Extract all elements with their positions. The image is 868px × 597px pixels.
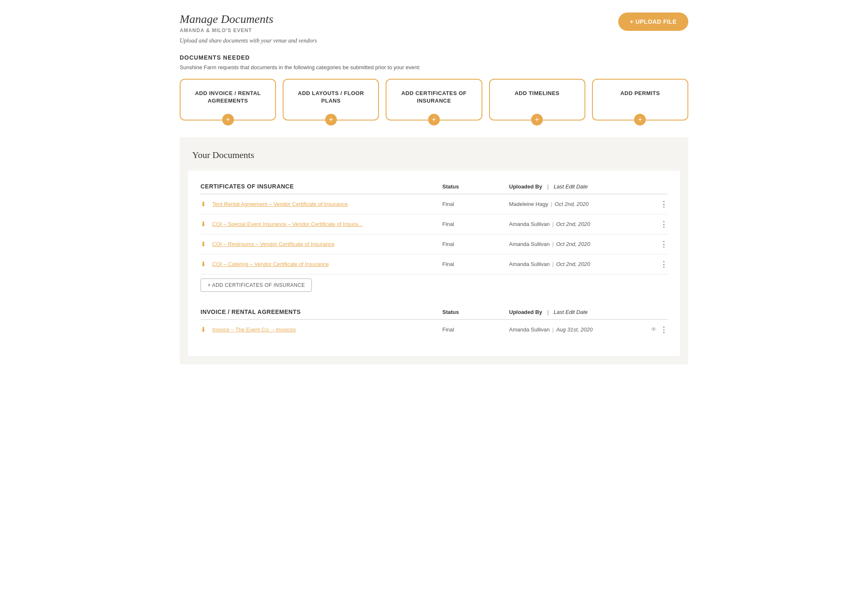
doc-card-add-button[interactable]: + <box>428 114 440 125</box>
edit-date: Oct 2nd, 2020 <box>556 261 590 267</box>
section-title-invoice-rental-agreements: INVOICE / RENTAL AGREEMENTS <box>201 309 442 315</box>
uploaded-by-name: Madeleine Hagy <box>509 201 548 207</box>
doc-uploaded-info: Amanda Sullivan | Oct 2nd, 2020 <box>509 221 651 227</box>
your-documents-title: Your Documents <box>180 150 688 161</box>
doc-link[interactable]: Invoice – The Event Co. – Invoices <box>212 326 296 333</box>
page-title: Manage Documents <box>180 13 273 26</box>
download-icon[interactable]: ⬇ <box>201 260 207 268</box>
doc-status: Final <box>442 201 509 207</box>
edit-date: Oct 2nd, 2020 <box>556 221 590 227</box>
doc-actions: ⋮ <box>651 201 667 208</box>
more-options-icon[interactable]: ⋮ <box>660 326 667 334</box>
table-row: ⬇ COI – Catering – Vendor Certificate of… <box>201 254 667 274</box>
doc-card-permits[interactable]: ADD PERMITS + <box>592 79 688 120</box>
doc-status: Final <box>442 326 509 333</box>
doc-name-cell: ⬇ Tent Rental Agreement – Vendor Certifi… <box>201 200 442 208</box>
edit-date: Oct 2nd, 2020 <box>556 241 590 247</box>
status-col-header: Status <box>442 309 509 315</box>
more-options-icon[interactable]: ⋮ <box>660 261 667 268</box>
table-header-invoice-rental-agreements: INVOICE / RENTAL AGREEMENTS Status Uploa… <box>201 309 667 320</box>
doc-card-add-button[interactable]: + <box>325 114 337 125</box>
doc-link[interactable]: COI – Restrooms – Vendor Certificate of … <box>212 241 334 247</box>
doc-card-label: ADD CERTIFICATES OF INSURANCE <box>401 90 467 104</box>
documents-needed-label: DOCUMENTS NEEDED <box>180 54 688 61</box>
document-category-cards: ADD INVOICE / RENTAL AGREEMENTS + ADD LA… <box>180 79 688 120</box>
doc-card-label: ADD LAYOUTS / FLOOR PLANS <box>298 90 364 104</box>
doc-card-add-button[interactable]: + <box>222 114 234 125</box>
doc-card-invoice-rental[interactable]: ADD INVOICE / RENTAL AGREEMENTS + <box>180 79 276 120</box>
doc-link[interactable]: Tent Rental Agreement – Vendor Certifica… <box>212 201 348 207</box>
doc-section-certificates-of-insurance: CERTIFICATES OF INSURANCE Status Uploade… <box>201 183 667 296</box>
doc-uploaded-info: Amanda Sullivan | Aug 31st, 2020 <box>509 326 651 333</box>
doc-actions: ⋮ <box>651 261 667 268</box>
documents-needed-desc: Sunshine Farm requests that documents in… <box>180 64 688 70</box>
doc-actions: ⋮ <box>651 241 667 248</box>
doc-uploaded-info: Amanda Sullivan | Oct 2nd, 2020 <box>509 241 651 247</box>
doc-status: Final <box>442 261 509 267</box>
section-title-certificates-of-insurance: CERTIFICATES OF INSURANCE <box>201 183 442 190</box>
status-col-header: Status <box>442 183 509 190</box>
table-header-certificates-of-insurance: CERTIFICATES OF INSURANCE Status Uploade… <box>201 183 667 194</box>
add-category-button-certificates-of-insurance[interactable]: + ADD CERTIFICATES OF INSURANCE <box>201 278 312 292</box>
uploaded-by-name: Amanda Sullivan <box>509 221 550 227</box>
doc-actions: ⋮ <box>651 221 667 228</box>
doc-card-label: ADD INVOICE / RENTAL AGREEMENTS <box>195 90 261 104</box>
doc-uploaded-info: Madeleine Hagy | Oct 2nd, 2020 <box>509 201 651 207</box>
doc-section-invoice-rental-agreements: INVOICE / RENTAL AGREEMENTS Status Uploa… <box>201 309 667 339</box>
uploaded-by-name: Amanda Sullivan <box>509 261 550 267</box>
uploaded-col-header: Uploaded By | Last Edit Date <box>509 183 651 190</box>
doc-link[interactable]: COI – Catering – Vendor Certificate of I… <box>212 261 329 267</box>
edit-date: Oct 2nd, 2020 <box>554 201 589 207</box>
page-subtitle: Upload and share documents with your ven… <box>180 38 688 44</box>
doc-actions: 👁 ⋮ <box>651 326 667 334</box>
table-row: ⬇ COI – Restrooms – Vendor Certificate o… <box>201 234 667 254</box>
eye-icon[interactable]: 👁 <box>651 326 657 333</box>
upload-file-button[interactable]: + UPLOAD FILE <box>618 13 688 31</box>
documents-table-container: CERTIFICATES OF INSURANCE Status Uploade… <box>188 171 680 356</box>
doc-card-label: ADD TIMELINES <box>514 90 559 96</box>
uploaded-by-name: Amanda Sullivan <box>509 241 550 247</box>
download-icon[interactable]: ⬇ <box>201 326 207 334</box>
doc-status: Final <box>442 241 509 247</box>
download-icon[interactable]: ⬇ <box>201 240 207 248</box>
table-row: ⬇ Invoice – The Event Co. – Invoices Fin… <box>201 320 667 339</box>
more-options-icon[interactable]: ⋮ <box>660 241 667 248</box>
doc-link[interactable]: COI – Special Event Insurance – Vendor C… <box>212 221 363 227</box>
doc-card-label: ADD PERMITS <box>620 90 660 96</box>
doc-name-cell: ⬇ COI – Catering – Vendor Certificate of… <box>201 260 442 268</box>
doc-card-add-button[interactable]: + <box>634 114 646 125</box>
doc-name-cell: ⬇ COI – Special Event Insurance – Vendor… <box>201 220 442 228</box>
edit-date: Aug 31st, 2020 <box>556 326 592 333</box>
table-row: ⬇ COI – Special Event Insurance – Vendor… <box>201 214 667 234</box>
doc-card-timelines[interactable]: ADD TIMELINES + <box>489 79 585 120</box>
more-options-icon[interactable]: ⋮ <box>660 221 667 228</box>
event-name: AMANDA & MILO'S EVENT <box>180 28 273 33</box>
doc-card-layouts-floor[interactable]: ADD LAYOUTS / FLOOR PLANS + <box>283 79 379 120</box>
documents-needed-section: DOCUMENTS NEEDED Sunshine Farm requests … <box>180 54 688 120</box>
doc-card-certificates[interactable]: ADD CERTIFICATES OF INSURANCE + <box>386 79 482 120</box>
table-row: ⬇ Tent Rental Agreement – Vendor Certifi… <box>201 194 667 214</box>
doc-name-cell: ⬇ COI – Restrooms – Vendor Certificate o… <box>201 240 442 248</box>
your-documents-section: Your Documents CERTIFICATES OF INSURANCE… <box>180 137 688 364</box>
doc-name-cell: ⬇ Invoice – The Event Co. – Invoices <box>201 326 442 334</box>
more-options-icon[interactable]: ⋮ <box>660 201 667 208</box>
doc-uploaded-info: Amanda Sullivan | Oct 2nd, 2020 <box>509 261 651 267</box>
download-icon[interactable]: ⬇ <box>201 220 207 228</box>
uploaded-col-header: Uploaded By | Last Edit Date <box>509 309 651 315</box>
uploaded-by-name: Amanda Sullivan <box>509 326 550 333</box>
doc-card-add-button[interactable]: + <box>531 114 543 125</box>
doc-status: Final <box>442 221 509 227</box>
download-icon[interactable]: ⬇ <box>201 200 207 208</box>
